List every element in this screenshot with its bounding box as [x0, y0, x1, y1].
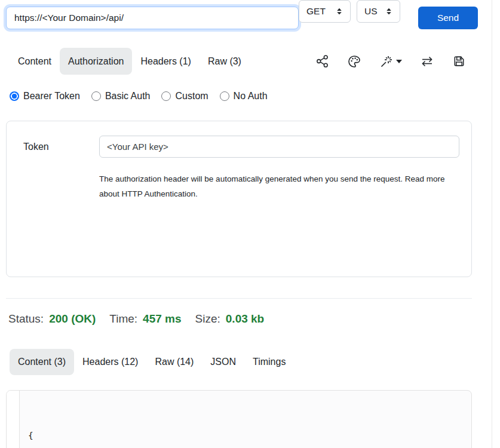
radio-basic-auth[interactable]: Basic Auth	[91, 91, 151, 102]
section-divider	[6, 298, 472, 299]
url-input[interactable]	[6, 7, 299, 29]
response-body-panel: { "message": "API running." }	[6, 390, 472, 448]
size-value: 0.03 kb	[226, 312, 264, 326]
tab-response-timings[interactable]: Timings	[244, 349, 294, 375]
request-toolbar	[315, 48, 466, 75]
radio-bearer-token[interactable]: Bearer Token	[10, 91, 80, 102]
token-label: Token	[23, 142, 49, 152]
tab-authorization[interactable]: Authorization	[60, 48, 132, 75]
time-value: 457 ms	[143, 312, 181, 326]
swap-button[interactable]	[420, 54, 434, 69]
send-button[interactable]: Send	[418, 7, 478, 29]
tab-raw[interactable]: Raw (3)	[200, 48, 250, 75]
radio-unselected-icon	[220, 91, 229, 101]
code-line: {	[28, 428, 471, 443]
request-tabs: Content Authorization Headers (1) Raw (3…	[10, 48, 250, 75]
tab-headers[interactable]: Headers (1)	[132, 48, 199, 75]
token-help-text: The authorization header will be automat…	[99, 171, 458, 201]
time-label: Time:	[109, 312, 137, 326]
tab-response-raw[interactable]: Raw (14)	[146, 349, 202, 375]
radio-custom[interactable]: Custom	[161, 91, 208, 102]
radio-label: Bearer Token	[23, 91, 80, 102]
radio-unselected-icon	[91, 91, 101, 101]
region-select-value: US	[364, 6, 378, 17]
theme-button[interactable]	[347, 54, 361, 69]
bearer-token-panel: Token The authorization header will be a…	[6, 121, 472, 277]
share-button[interactable]	[315, 54, 329, 68]
updown-caret-icon	[336, 7, 343, 16]
generate-code-dropdown[interactable]	[379, 54, 402, 69]
swap-arrows-icon	[420, 54, 434, 69]
status-value: 200 (OK)	[49, 312, 96, 326]
method-select-value: GET	[306, 6, 326, 17]
tab-response-headers[interactable]: Headers (12)	[74, 349, 146, 375]
save-icon	[452, 54, 466, 68]
token-help-line1: The authorization header will be automat…	[99, 171, 458, 186]
magic-wand-icon	[379, 54, 394, 69]
updown-caret-icon	[385, 7, 392, 16]
tab-response-content[interactable]: Content (3)	[10, 349, 74, 375]
request-bar	[6, 7, 472, 29]
api-tester-page: GET US Send Content Authorization Header…	[0, 0, 500, 448]
radio-no-auth[interactable]: No Auth	[220, 91, 268, 102]
status-label: Status:	[8, 312, 44, 326]
radio-label: No Auth	[234, 91, 268, 102]
radio-unselected-icon	[161, 91, 171, 101]
radio-label: Basic Auth	[105, 91, 151, 102]
radio-selected-icon	[10, 91, 19, 101]
size-label: Size:	[195, 312, 220, 326]
palette-icon	[347, 54, 361, 69]
tab-content[interactable]: Content	[10, 48, 60, 75]
chevron-down-icon	[396, 60, 402, 63]
radio-label: Custom	[175, 91, 208, 102]
response-tabs: Content (3) Headers (12) Raw (14) JSON T…	[10, 349, 294, 375]
share-nodes-icon	[315, 54, 329, 68]
region-select[interactable]: US	[357, 0, 400, 23]
method-select[interactable]: GET	[299, 0, 351, 23]
code-gutter	[7, 391, 20, 448]
page-right-border	[492, 0, 492, 448]
token-help-line2: about HTTP Authentication.	[99, 186, 458, 201]
response-json-body[interactable]: { "message": "API running." }	[20, 391, 471, 448]
tab-response-json[interactable]: JSON	[202, 349, 244, 375]
save-button[interactable]	[452, 54, 466, 68]
response-status-bar: Status: 200 (OK) Time: 457 ms Size: 0.03…	[8, 312, 278, 326]
token-input[interactable]	[99, 136, 459, 158]
auth-type-options: Bearer Token Basic Auth Custom No Auth	[10, 91, 268, 102]
